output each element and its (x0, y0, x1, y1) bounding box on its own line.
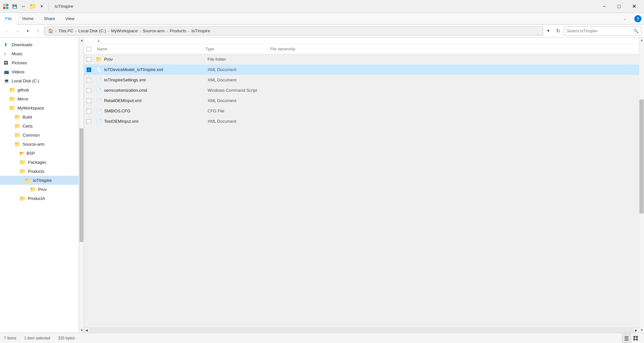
address-path[interactable]: 🏠 › This PC › Local Disk (C:) › MyWorksp… (44, 26, 543, 36)
header-ownership[interactable]: File ownership (270, 47, 636, 51)
sidebar-item-myworkspace[interactable]: 📁 MyWorkspace (0, 103, 79, 112)
music-icon: ♪ (4, 51, 10, 56)
file-row-iotdevicemodel[interactable]: 📄 IoTDeviceModel_IoTInspire.xml XML Docu… (84, 65, 639, 75)
tab-home[interactable]: Home (17, 13, 39, 24)
sidebar-item-certs[interactable]: 📁 Certs (0, 121, 79, 130)
sidebar-item-downloads[interactable]: ⬇ Downloads (0, 40, 79, 49)
content-wrapper: ▲ Name Type File ownership (84, 37, 644, 333)
customize-qat[interactable]: ▼ (38, 3, 45, 10)
sidebar-item-videos[interactable]: 📺 Videos (0, 67, 79, 76)
sidebar-item-producta[interactable]: 📁 ProductA (0, 194, 79, 203)
sidebar-label-producta: ProductA (28, 196, 45, 201)
search-input[interactable] (567, 29, 632, 33)
sidebar-scroll-thumb[interactable] (80, 128, 83, 242)
quick-access-save[interactable]: 💾 (11, 3, 18, 10)
sidebar-scroll-up[interactable]: ▲ (79, 37, 84, 43)
cb-testoeminput[interactable] (87, 119, 91, 124)
file-row-retailoeminput[interactable]: 📄 RetailOEMInput.xml XML Document (84, 96, 639, 106)
minimize-button[interactable]: − (597, 1, 612, 12)
sidebar-item-sourcearm[interactable]: 📁 Source-arm (0, 140, 79, 149)
up-button[interactable]: ↑ (34, 26, 43, 36)
status-selected-info: 1 item selected (24, 336, 50, 340)
path-home-icon[interactable]: 🏠 (47, 28, 55, 34)
file-row-smbios[interactable]: 📄 SMBIOS.CFG CFG File (84, 106, 639, 116)
checkbox-oemcustomization[interactable] (87, 88, 96, 93)
file-row-prov[interactable]: 📁 Prov File folder (84, 54, 639, 65)
checkbox-iotinspire-settings[interactable] (87, 78, 96, 82)
sidebar-item-mirror[interactable]: 📁 Mirror (0, 94, 79, 103)
tab-share[interactable]: Share (39, 13, 60, 24)
h-scroll-track[interactable] (89, 328, 634, 333)
downloads-icon: ⬇ (4, 42, 10, 47)
sidebar-item-localdisk[interactable]: 💻 Local Disk (C:) (0, 76, 79, 85)
content-scrollbar: ▲ ▼ (639, 37, 644, 333)
h-scroll-right-button[interactable]: ▶ (634, 328, 639, 333)
certs-folder-icon: 📁 (14, 123, 21, 129)
sidebar-scroll-down[interactable]: ▼ (79, 327, 84, 333)
checkbox-testoeminput[interactable] (87, 119, 96, 124)
sidebar-item-common[interactable]: 📁 Common (0, 130, 79, 140)
sidebar-label-mirror: Mirror (17, 97, 28, 101)
path-localdisk[interactable]: Local Disk (C:) (77, 28, 107, 34)
window-controls: − □ ✕ (597, 1, 641, 12)
file-row-iotinspire-settings[interactable]: 📄 IoTInspireSettings.xml XML Document (84, 75, 639, 85)
forward-button[interactable]: → (13, 26, 22, 36)
sidebar-item-iotinspire[interactable]: 📁 IoTInspire (0, 176, 79, 185)
content-scroll-up[interactable]: ▲ (639, 37, 644, 43)
quick-access-undo[interactable]: ↩ (20, 3, 27, 10)
sidebar-item-pictures[interactable]: 🖼 Pictures (0, 58, 79, 67)
cb-prov[interactable] (87, 57, 91, 62)
svg-rect-6 (625, 338, 628, 338)
details-view-button[interactable] (622, 334, 631, 343)
help-button[interactable]: ? (634, 15, 641, 22)
select-all-checkbox[interactable] (87, 47, 91, 51)
checkbox-iotdevicemodel[interactable] (87, 68, 96, 72)
file-row-oemcustomization[interactable]: 📄 oemcustomization.cmd Windows Command S… (84, 85, 639, 96)
content-scroll-thumb[interactable] (639, 99, 644, 213)
cb-oemcustomization[interactable] (87, 88, 91, 93)
github-folder-icon: 📁 (9, 87, 16, 93)
sidebar-item-prov[interactable]: 📁 Prov (0, 185, 79, 194)
checkbox-retailoeminput[interactable] (87, 99, 96, 103)
content-scroll-track[interactable] (639, 43, 644, 327)
sidebar-scroll-track[interactable] (79, 43, 84, 327)
tab-view[interactable]: View (60, 13, 80, 24)
refresh-button[interactable]: ↻ (553, 26, 563, 36)
file-row-testoeminput[interactable]: 📄 TestOEMInput.xml XML Document (84, 116, 639, 127)
cb-iotinspire-settings[interactable] (87, 78, 91, 82)
cb-retailoeminput[interactable] (87, 99, 91, 103)
sidebar-item-products[interactable]: 📁 Products (0, 167, 79, 176)
sidebar-label-certs: Certs (23, 124, 33, 129)
mirror-folder-icon: 📁 (9, 96, 16, 102)
sidebar-item-build[interactable]: 📁 Build (0, 112, 79, 121)
path-sourcearm[interactable]: Source-arm (141, 28, 166, 34)
sidebar-scrollbar: ▲ ▼ (79, 37, 84, 333)
header-name[interactable]: Name (96, 47, 206, 51)
header-type[interactable]: Type (206, 47, 270, 51)
sidebar-item-bsp[interactable]: 📂 BSP (0, 149, 79, 158)
sidebar-item-packages[interactable]: 📁 Packages (0, 158, 79, 167)
path-myworkspace[interactable]: MyWorkspace (110, 28, 139, 34)
address-dropdown-button[interactable]: ▼ (544, 26, 552, 36)
content-scroll-down[interactable]: ▼ (639, 327, 644, 333)
path-iotinspire[interactable]: IoTInspire (190, 28, 211, 34)
collapse-ribbon-button[interactable]: ⌄ (618, 13, 632, 24)
path-thispc[interactable]: This PC (57, 28, 75, 34)
sidebar-label-prov: Prov (38, 187, 47, 192)
search-icon[interactable]: 🔍 (633, 28, 639, 33)
sidebar-item-github[interactable]: 📁 github (0, 85, 79, 94)
sidebar-item-music[interactable]: ♪ Music (0, 49, 79, 58)
close-button[interactable]: ✕ (627, 1, 641, 12)
h-scroll-left-button[interactable]: ◀ (84, 328, 89, 333)
maximize-button[interactable]: □ (612, 1, 627, 12)
cb-smbios[interactable] (87, 109, 91, 113)
recent-locations-button[interactable]: ▼ (23, 26, 32, 36)
path-products[interactable]: Products (168, 28, 188, 34)
cb-iotdevicemodel[interactable] (87, 68, 91, 72)
back-button[interactable]: ← (3, 26, 12, 36)
checkbox-smbios[interactable] (87, 109, 96, 113)
build-folder-icon: 📁 (14, 114, 21, 120)
tab-file[interactable]: File (0, 13, 17, 25)
large-icons-view-button[interactable] (631, 334, 640, 343)
checkbox-prov[interactable] (87, 57, 96, 62)
